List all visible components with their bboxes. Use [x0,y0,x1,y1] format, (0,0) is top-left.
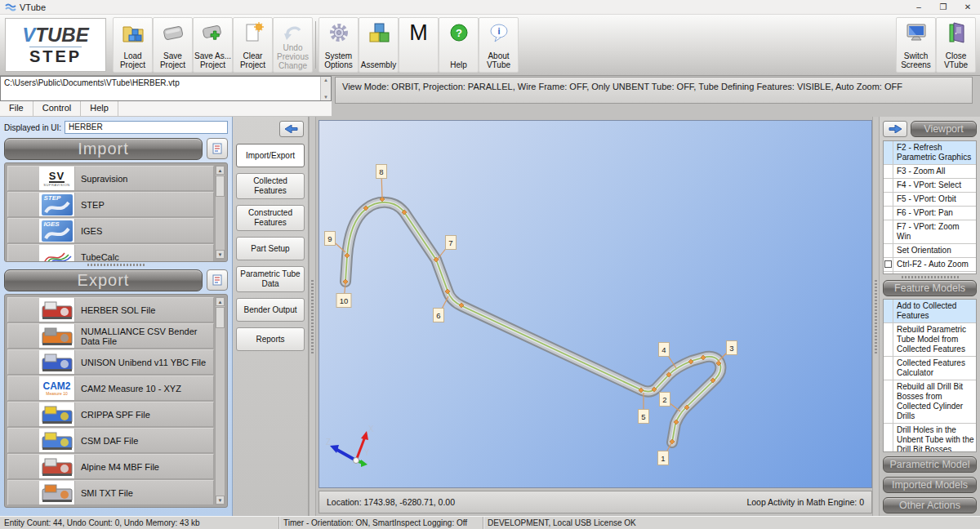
clear-project-button[interactable]: Clear Project [233,17,273,73]
nav-parametric-tube-data[interactable]: Parametric Tube Data [236,266,305,292]
crippa-spf-file-row[interactable]: CRIPPA SPF File [7,402,214,427]
action-f3-zoom-all[interactable]: F3 - Zoom All [884,165,976,179]
numalliance-machine-icon [39,324,75,348]
action-f5-vport-orbit[interactable]: F5 - VPort: Orbit [884,193,976,207]
row-gutter [884,179,893,192]
action-set-orientation[interactable]: Set Orientation [884,244,976,258]
checkbox[interactable] [884,260,892,268]
switch-screens-button[interactable]: Switch Screens [896,17,936,73]
tubecalc-row[interactable]: TubeCalc [7,244,214,262]
herber-sol-file-row[interactable]: HERBER SOL File [7,297,214,322]
row-gutter [884,193,893,206]
tab-file[interactable]: File [0,101,33,116]
action-f2-refresh-parametric-graphics[interactable]: F2 - Refresh Parametric Graphics [884,141,976,165]
right-panel-splitter[interactable] [883,274,977,280]
import-options-button[interactable] [207,138,228,159]
close-button[interactable]: ✕ [956,0,980,14]
import-export-splitter[interactable] [4,262,228,268]
app-icon [5,3,16,11]
axis-x-label: X [368,425,374,433]
action-rebuild-parametric-tube-model-from-collected-features[interactable]: Rebuild Parametric Tube Model from Colle… [884,323,976,357]
clear-project-icon [241,20,265,45]
export-options-button[interactable] [207,269,228,291]
action-f4-vport-select[interactable]: F4 - VPort: Select [884,179,976,193]
parametric-model-section-header[interactable]: Parametric Model [883,456,977,473]
alpine-m4-mbf-file-row[interactable]: Alpine M4 MBF File [7,454,214,479]
tab-control[interactable]: Control [33,101,81,116]
action-f6-vport-pan[interactable]: F6 - VPort: Pan [884,207,976,220]
m-icon: M [407,20,431,45]
smi-txt-file-row[interactable]: SMI TXT File [7,480,214,505]
format-label: Supravision [75,174,213,184]
nav-part-setup[interactable]: Part Setup [236,237,305,260]
actions-panel: Viewport F2 - Refresh Parametric Graphic… [880,117,980,516]
feature-models-section-header[interactable]: Feature Models [883,280,977,296]
assembly-button[interactable]: Assembly [359,17,399,73]
other-actions-section-header[interactable]: Other Actions [883,497,977,513]
nav-import-export[interactable]: Import/Export [236,144,305,167]
m-button[interactable]: M [399,17,439,73]
toolbar-button-label: Save As... Project [194,51,232,69]
nav-collected-features[interactable]: Collected Features [236,173,305,199]
project-path-field[interactable]: C:\Users\Public\Documents\VTube\HERBER.v… [0,76,332,101]
system-options-button[interactable]: System Options [318,17,359,73]
nav-bender-output[interactable]: Bender Output [236,298,305,322]
point-label: 5 [641,412,645,421]
maximize-button[interactable]: ❐ [931,0,956,14]
crippa-machine-icon [39,402,75,426]
cam2-measure-10-xyz-row[interactable]: CAM2Measure 10CAM2 Measure 10 - XYZ [7,376,214,401]
logo-bottom-text: STEP [29,47,82,64]
action-add-to-collected-features[interactable]: Add to Collected Features [884,300,976,323]
viewport-rightpanel-splitter[interactable] [872,117,880,516]
action-collected-features-calculator[interactable]: Collected Features Calculator [884,357,976,380]
save-project-button[interactable]: Save Project [153,17,193,73]
action-ctrl-f2-auto-zoom[interactable]: Ctrl-F2 - Auto Zoom [884,258,976,272]
numalliance-csv-bender-data-file-row[interactable]: NUMALLIANCE CSV Bender Data File [7,323,214,349]
import-list-scrollbar[interactable]: ▲▼ [215,165,225,260]
point-label: 2 [662,395,666,404]
row-gutter [884,380,893,423]
imported-models-section-header[interactable]: Imported Models [883,477,977,493]
toolbar-button-label: Load Project [114,51,152,69]
format-label: CSM DAF File [75,436,213,446]
nav-reports[interactable]: Reports [236,327,305,351]
logo-top-text: VTUBE [22,25,88,45]
export-list-scrollbar[interactable]: ▲▼ [215,296,225,505]
help-button[interactable]: ?Help [439,17,479,73]
nav-constructed-features[interactable]: Constructed Features [236,205,305,231]
nav-viewport-splitter[interactable] [309,117,316,516]
assembly-icon [367,20,391,45]
export-section-header[interactable]: Export [4,269,203,291]
format-label: IGES [75,226,213,236]
collapse-left-panel-button[interactable] [279,121,304,137]
path-scrollbar[interactable]: ▲▼ [320,77,331,100]
csm-daf-file-row[interactable]: CSM DAF File [7,428,214,453]
close-vtube-button[interactable]: Close VTube [936,17,976,73]
unison-unibend-v11-ybc-file-row[interactable]: UNISON Unibend v11 YBC File [7,349,214,375]
about-vtube-button[interactable]: iAbout VTube [479,17,519,73]
minimize-button[interactable]: – [906,0,931,14]
load-project-button[interactable]: Load Project [113,17,153,73]
undo-previous-change-button[interactable]: Undo Previous Change [273,17,313,73]
action-label: Set Orientation [893,244,976,257]
format-label: TubeCalc [75,252,213,262]
action-label: F6 - VPort: Pan [893,207,976,220]
axis-triad: X Y Z [326,425,374,467]
iges-row[interactable]: IGESIGES [7,218,214,243]
displayed-in-ui-input[interactable]: HERBER [65,121,228,134]
supravision-row[interactable]: SVSUPRAVISIONSupravision [7,166,214,191]
iges-icon: IGES [39,219,75,242]
save-as-project-button[interactable]: Save As... Project [193,17,233,73]
window-title: VTube [20,2,46,12]
collapse-right-panel-button[interactable] [883,121,907,137]
action-f7-vport-zoom-win[interactable]: F7 - VPort: Zoom Win [884,220,976,244]
import-section-header[interactable]: Import [4,138,203,160]
point-label: 4 [662,345,666,354]
viewport-section-header[interactable]: Viewport [911,121,977,137]
tab-help[interactable]: Help [81,101,118,116]
action-rebuild-all-drill-bit-bosses-from-collected-cylinder-drills[interactable]: Rebuild all Drill Bit Bosses from Collec… [884,380,976,424]
row-gutter [884,220,893,243]
action-drill-holes-in-the-unbent-tube-with-the-drill-bit-bosses[interactable]: Drill Holes in the Unbent Tube with the … [884,424,976,452]
viewport-3d-canvas[interactable]: 12345678910 X Y Z [318,120,872,488]
step-row[interactable]: STEPSTEP [7,192,214,217]
